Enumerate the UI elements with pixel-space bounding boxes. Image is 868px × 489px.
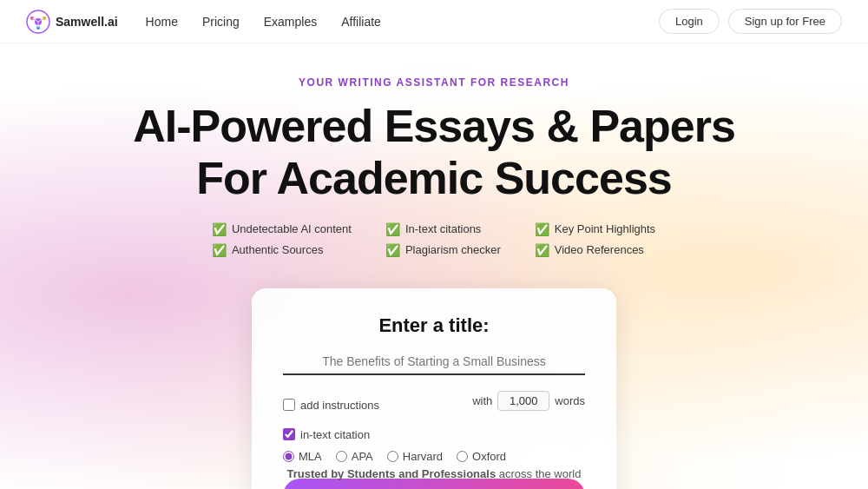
hero-features: ✅ Undetectable AI content ✅ Authentic So… <box>17 222 851 257</box>
feature-label-3: Key Point Highlights <box>555 222 655 235</box>
hero-section: YOUR WRITING ASSISTANT FOR RESEARCH AI-P… <box>0 43 868 288</box>
footer-text: Trusted by Students and Professionals ac… <box>0 467 868 480</box>
oxford-text: Oxford <box>472 450 506 463</box>
feature-label-2: In-text citations <box>405 222 481 235</box>
title-input[interactable] <box>283 351 585 375</box>
harvard-label[interactable]: Harvard <box>387 450 443 463</box>
oxford-radio[interactable] <box>457 451 468 462</box>
nav-home[interactable]: Home <box>146 15 178 29</box>
nav-links: Home Pricing Examples Affiliate <box>146 14 381 30</box>
feature-col-2: ✅ In-text citations ✅ Plagiarism checker <box>386 222 501 257</box>
navbar: Samwell.ai Home Pricing Examples Affilia… <box>0 0 868 43</box>
feature-label-5: Plagiarism checker <box>405 243 501 256</box>
oxford-label[interactable]: Oxford <box>457 450 506 463</box>
check-icon-5: ✅ <box>386 243 400 257</box>
feature-label-4: Authentic Sources <box>232 243 324 256</box>
mla-label[interactable]: MLA <box>283 450 322 463</box>
feature-video: ✅ Video References <box>536 243 644 257</box>
apa-text: APA <box>352 450 373 463</box>
feature-citations: ✅ In-text citations <box>386 222 481 236</box>
words-row: with words <box>472 391 585 411</box>
in-text-citation-checkbox[interactable] <box>283 428 295 440</box>
words-label: words <box>555 394 585 407</box>
feature-col-3: ✅ Key Point Highlights ✅ Video Reference… <box>536 222 655 257</box>
add-instructions-text: add instructions <box>300 399 379 412</box>
feature-authentic: ✅ Authentic Sources <box>213 243 324 257</box>
feature-label-1: Undetectable AI content <box>232 222 352 235</box>
in-text-citation-row: in-text citation <box>283 428 585 441</box>
feature-col-1: ✅ Undetectable AI content ✅ Authentic So… <box>213 222 352 257</box>
nav-pricing[interactable]: Pricing <box>202 15 240 29</box>
apa-label[interactable]: APA <box>336 450 373 463</box>
check-icon-4: ✅ <box>213 243 227 257</box>
logo-icon <box>26 10 50 34</box>
essay-card: Enter a title: add instructions with wor… <box>252 288 616 489</box>
harvard-radio[interactable] <box>387 451 398 462</box>
logo[interactable]: Samwell.ai <box>26 10 118 34</box>
nav-examples[interactable]: Examples <box>264 15 317 29</box>
nav-affiliate[interactable]: Affiliate <box>341 15 381 29</box>
feature-label-6: Video References <box>555 243 644 256</box>
card-title: Enter a title: <box>283 314 585 337</box>
feature-undetectable: ✅ Undetectable AI content <box>213 222 352 236</box>
hero-title-line1: AI-Powered Essays & Papers <box>133 101 735 151</box>
check-icon-6: ✅ <box>536 243 549 257</box>
check-icon-3: ✅ <box>536 222 549 236</box>
mla-radio[interactable] <box>283 451 294 462</box>
hero-title-line2: For Academic Success <box>196 153 671 203</box>
add-instructions-row: add instructions <box>283 399 379 412</box>
navbar-left: Samwell.ai Home Pricing Examples Affilia… <box>26 10 381 34</box>
words-input[interactable] <box>497 391 549 411</box>
check-icon-1: ✅ <box>213 222 227 236</box>
mla-text: MLA <box>299 450 322 463</box>
apa-radio[interactable] <box>336 451 347 462</box>
feature-keypoints: ✅ Key Point Highlights <box>536 222 655 236</box>
hero-tagline: YOUR WRITING ASSISTANT FOR RESEARCH <box>17 76 851 89</box>
signup-button[interactable]: Sign up for Free <box>728 9 842 34</box>
citation-style-row: MLA APA Harvard Oxford <box>283 450 585 463</box>
navbar-right: Login Sign up for Free <box>659 9 842 34</box>
check-icon-2: ✅ <box>386 222 400 236</box>
brand-name: Samwell.ai <box>56 15 118 29</box>
feature-plagiarism: ✅ Plagiarism checker <box>386 243 501 257</box>
harvard-text: Harvard <box>403 450 443 463</box>
add-instructions-label[interactable]: add instructions <box>283 399 379 412</box>
with-label: with <box>472 394 492 407</box>
in-text-citation-text: in-text citation <box>300 428 370 441</box>
in-text-citation-label[interactable]: in-text citation <box>283 428 370 441</box>
hero-title: AI-Powered Essays & Papers For Academic … <box>17 101 851 205</box>
login-button[interactable]: Login <box>659 9 720 34</box>
add-instructions-checkbox[interactable] <box>283 399 295 411</box>
